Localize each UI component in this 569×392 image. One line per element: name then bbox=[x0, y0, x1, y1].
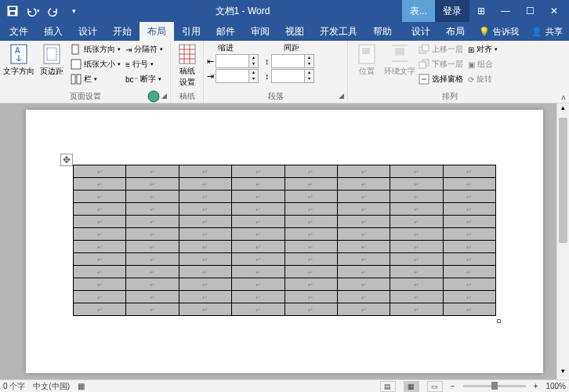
context-tab-layout[interactable]: 布局 bbox=[438, 22, 473, 41]
web-layout-view[interactable]: ▭ bbox=[427, 381, 443, 392]
table-cell[interactable] bbox=[443, 278, 495, 291]
table-cell[interactable] bbox=[390, 191, 443, 203]
page-setup-launcher[interactable]: ◢ bbox=[159, 92, 169, 101]
table-cell[interactable] bbox=[284, 216, 337, 228]
table-cell[interactable] bbox=[179, 278, 231, 291]
qat-customize[interactable]: ▾ bbox=[64, 2, 83, 20]
table-cell[interactable] bbox=[126, 228, 179, 241]
print-layout-view[interactable]: ▦ bbox=[404, 381, 419, 392]
table-cell[interactable] bbox=[232, 253, 284, 266]
tab-help[interactable]: 帮助 bbox=[365, 22, 400, 41]
table-cell[interactable] bbox=[284, 291, 337, 303]
table-cell[interactable] bbox=[284, 278, 337, 291]
indent-left-input[interactable]: ▴▾ bbox=[216, 54, 259, 68]
table-cell[interactable] bbox=[284, 178, 337, 191]
page[interactable]: ✥ bbox=[26, 110, 543, 373]
align-button[interactable]: ⊞对齐▾ bbox=[466, 42, 499, 56]
table-cell[interactable] bbox=[337, 165, 390, 178]
table-cell[interactable] bbox=[337, 203, 390, 216]
table-cell[interactable] bbox=[390, 203, 443, 216]
table-cell[interactable] bbox=[74, 253, 126, 266]
table-cell[interactable] bbox=[443, 165, 495, 178]
table-cell[interactable] bbox=[390, 291, 443, 303]
zoom-thumb[interactable] bbox=[491, 382, 498, 390]
table-cell[interactable] bbox=[74, 266, 126, 278]
table-cell[interactable] bbox=[390, 178, 443, 191]
table-cell[interactable] bbox=[232, 203, 284, 216]
table-cell[interactable] bbox=[126, 216, 179, 228]
columns-button[interactable]: 栏▾ bbox=[69, 72, 122, 86]
table-cell[interactable] bbox=[232, 303, 284, 316]
table-cell[interactable] bbox=[74, 191, 126, 203]
manuscript-settings-button[interactable]: 稿纸 设置 bbox=[174, 42, 200, 89]
paragraph-launcher[interactable]: ◢ bbox=[336, 92, 346, 101]
undo-button[interactable]: ▾ bbox=[24, 2, 42, 20]
rotate-button[interactable]: ⟳旋转 bbox=[466, 72, 499, 86]
table-cell[interactable] bbox=[179, 165, 231, 178]
table-cell[interactable] bbox=[179, 266, 231, 278]
table-cell[interactable] bbox=[390, 253, 443, 266]
table-cell[interactable] bbox=[126, 241, 179, 253]
tab-references[interactable]: 引用 bbox=[174, 22, 208, 41]
table-cell[interactable] bbox=[284, 203, 337, 216]
login-button[interactable]: 登录 bbox=[435, 0, 469, 22]
table-cell[interactable] bbox=[74, 303, 126, 316]
table-cell[interactable] bbox=[337, 216, 390, 228]
tab-developer[interactable]: 开发工具 bbox=[312, 22, 365, 41]
space-after-input[interactable]: ▴▾ bbox=[271, 69, 314, 83]
table-cell[interactable] bbox=[179, 291, 231, 303]
selection-pane-button[interactable]: 选择窗格 bbox=[417, 72, 465, 86]
table-cell[interactable] bbox=[443, 266, 495, 278]
table-cell[interactable] bbox=[179, 178, 231, 191]
table-cell[interactable] bbox=[443, 241, 495, 253]
table-cell[interactable] bbox=[179, 191, 231, 203]
table-cell[interactable] bbox=[337, 241, 390, 253]
table-cell[interactable] bbox=[179, 216, 231, 228]
table-cell[interactable] bbox=[443, 228, 495, 241]
table-cell[interactable] bbox=[337, 178, 390, 191]
table-cell[interactable] bbox=[126, 278, 179, 291]
table-cell[interactable] bbox=[443, 253, 495, 266]
table-cell[interactable] bbox=[337, 291, 390, 303]
table-cell[interactable] bbox=[126, 253, 179, 266]
scroll-down[interactable]: ▾ bbox=[557, 367, 569, 379]
table-cell[interactable] bbox=[232, 291, 284, 303]
table-cell[interactable] bbox=[232, 216, 284, 228]
size-button[interactable]: 纸张大小▾ bbox=[69, 57, 122, 71]
zoom-slider[interactable] bbox=[463, 385, 526, 387]
table-cell[interactable] bbox=[179, 228, 231, 241]
table-cell[interactable] bbox=[232, 266, 284, 278]
table-cell[interactable] bbox=[443, 303, 495, 316]
table-cell[interactable] bbox=[284, 266, 337, 278]
orientation-button[interactable]: 纸张方向▾ bbox=[69, 42, 122, 56]
group-objects-button[interactable]: ▣组合 bbox=[466, 57, 499, 71]
space-before-input[interactable]: ▴▾ bbox=[271, 54, 314, 68]
table-tools-context[interactable]: 表... bbox=[402, 0, 435, 22]
table-cell[interactable] bbox=[179, 203, 231, 216]
table-cell[interactable] bbox=[443, 178, 495, 191]
table-resize-handle[interactable] bbox=[497, 319, 501, 323]
table-cell[interactable] bbox=[443, 291, 495, 303]
scroll-thumb[interactable] bbox=[559, 118, 567, 243]
maximize-button[interactable]: ☐ bbox=[518, 0, 542, 22]
table-cell[interactable] bbox=[284, 303, 337, 316]
table-cell[interactable] bbox=[126, 303, 179, 316]
table-cell[interactable] bbox=[126, 165, 179, 178]
save-button[interactable] bbox=[3, 2, 22, 20]
redo-button[interactable] bbox=[44, 2, 63, 20]
document-table[interactable] bbox=[73, 165, 496, 316]
tab-review[interactable]: 审阅 bbox=[243, 22, 277, 41]
tab-home[interactable]: 开始 bbox=[105, 22, 140, 41]
position-button[interactable]: 位置 bbox=[351, 42, 382, 89]
table-cell[interactable] bbox=[232, 178, 284, 191]
table-cell[interactable] bbox=[74, 178, 126, 191]
table-cell[interactable] bbox=[74, 291, 126, 303]
table-cell[interactable] bbox=[74, 203, 126, 216]
table-cell[interactable] bbox=[390, 278, 443, 291]
table-cell[interactable] bbox=[390, 241, 443, 253]
line-numbers-button[interactable]: ≡行号▾ bbox=[124, 57, 165, 71]
word-count[interactable]: 0 个字 bbox=[3, 381, 25, 392]
table-cell[interactable] bbox=[179, 303, 231, 316]
text-direction-button[interactable]: A 文字方向 bbox=[3, 42, 34, 89]
table-cell[interactable] bbox=[337, 266, 390, 278]
